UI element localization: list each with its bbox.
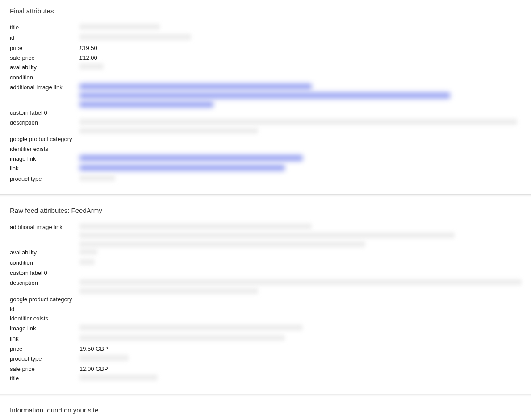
- raw-row-description: description: [10, 279, 521, 294]
- raw-row-availability: availability: [10, 249, 521, 258]
- redacted-value: [79, 175, 115, 181]
- final-image-link-label: image link: [10, 155, 79, 163]
- raw-feed-title: Raw feed attributes: FeedArmy: [10, 207, 521, 214]
- final-row-product-type: product type: [10, 175, 521, 184]
- final-price-label: price: [10, 44, 79, 53]
- final-description-label: description: [10, 119, 79, 127]
- final-additional-image-link-label: additional image link: [10, 83, 79, 92]
- raw-id-label: id: [10, 305, 79, 314]
- redacted-value: [79, 335, 285, 341]
- raw-feed-section: Raw feed attributes: FeedArmy additional…: [0, 200, 531, 394]
- final-identifier-exists-label: identifier exists: [10, 145, 79, 154]
- final-row-title: title: [10, 24, 521, 33]
- raw-custom-label-0-label: custom label 0: [10, 269, 79, 278]
- raw-row-condition: condition: [10, 259, 521, 268]
- raw-row-link: link: [10, 335, 521, 344]
- raw-availability-label: availability: [10, 249, 79, 257]
- final-row-link: link: [10, 165, 521, 174]
- raw-row-identifier-exists: identifier exists: [10, 315, 521, 323]
- raw-identifier-exists-label: identifier exists: [10, 315, 79, 323]
- redacted-value: [79, 24, 160, 30]
- raw-condition-label: condition: [10, 259, 79, 267]
- redacted-link[interactable]: [79, 155, 303, 161]
- redacted-value: [79, 355, 129, 361]
- redacted-link-block: [79, 83, 521, 108]
- raw-price-value: 19.50 GBP: [79, 345, 521, 353]
- redacted-value: [79, 223, 521, 247]
- final-link-label: link: [10, 165, 79, 173]
- final-product-type-label: product type: [10, 175, 79, 183]
- site-info-title: Information found on your site: [10, 406, 521, 414]
- final-price-value: £19.50: [79, 44, 521, 53]
- final-id-label: id: [10, 34, 79, 42]
- redacted-value: [79, 34, 191, 40]
- redacted-link[interactable]: [79, 165, 285, 171]
- raw-row-additional-image-link: additional image link: [10, 223, 521, 247]
- raw-row-title: title: [10, 374, 521, 383]
- raw-image-link-label: image link: [10, 324, 79, 333]
- redacted-value: [79, 119, 521, 134]
- final-row-description: description: [10, 119, 521, 134]
- raw-sale-price-label: sale price: [10, 365, 79, 374]
- final-attributes-section: Final attributes title id price £19.50 s…: [0, 0, 531, 194]
- final-row-id: id: [10, 34, 521, 43]
- raw-link-label: link: [10, 335, 79, 343]
- raw-product-type-label: product type: [10, 355, 79, 363]
- section-divider: [0, 194, 531, 200]
- redacted-value: [79, 259, 95, 265]
- redacted-value: [79, 279, 522, 294]
- raw-sale-price-value: 12.00 GBP: [79, 365, 521, 374]
- raw-row-custom-label-0: custom label 0: [10, 269, 521, 278]
- final-row-condition: condition: [10, 74, 521, 82]
- final-sale-price-value: £12.00: [79, 54, 521, 62]
- redacted-value: [79, 249, 97, 255]
- final-gpc-label: google product category: [10, 135, 79, 144]
- final-availability-label: availability: [10, 63, 79, 72]
- raw-description-label: description: [10, 279, 79, 287]
- raw-title-label: title: [10, 374, 79, 383]
- site-info-section: Information found on your site Price on …: [0, 399, 531, 420]
- final-row-sale-price: sale price £12.00: [10, 54, 521, 62]
- raw-row-google-product-category: google product category: [10, 295, 521, 304]
- raw-gpc-label: google product category: [10, 295, 79, 304]
- final-row-identifier-exists: identifier exists: [10, 145, 521, 154]
- final-row-custom-label-0: custom label 0: [10, 109, 521, 117]
- final-title-label: title: [10, 24, 79, 32]
- raw-row-price: price 19.50 GBP: [10, 345, 521, 353]
- final-row-google-product-category: google product category: [10, 135, 521, 144]
- section-divider: [0, 394, 531, 399]
- raw-additional-image-link-label: additional image link: [10, 223, 79, 232]
- final-attributes-title: Final attributes: [10, 7, 521, 15]
- redacted-value: [79, 324, 303, 331]
- final-row-image-link: image link: [10, 155, 521, 164]
- final-row-price: price £19.50: [10, 44, 521, 53]
- raw-row-id: id: [10, 305, 521, 314]
- raw-row-image-link: image link: [10, 324, 521, 333]
- final-custom-label-0-label: custom label 0: [10, 109, 79, 117]
- redacted-value: [79, 63, 104, 70]
- final-row-additional-image-link: additional image link: [10, 83, 521, 108]
- redacted-value: [79, 374, 158, 381]
- raw-row-product-type: product type: [10, 355, 521, 364]
- final-sale-price-label: sale price: [10, 54, 79, 62]
- raw-price-label: price: [10, 345, 79, 353]
- raw-row-sale-price: sale price 12.00 GBP: [10, 365, 521, 374]
- final-row-availability: availability: [10, 63, 521, 72]
- final-condition-label: condition: [10, 74, 79, 82]
